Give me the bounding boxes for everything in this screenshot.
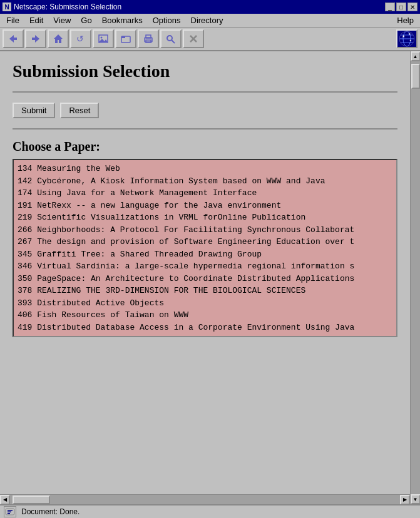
window-title: Netscape: Submission Selection bbox=[14, 3, 121, 11]
list-item[interactable]: 419 Distributed Database Access in a Cor… bbox=[18, 322, 392, 334]
menu-view[interactable]: View bbox=[48, 14, 76, 26]
title-bar: N Netscape: Submission Selection _ □ ✕ bbox=[0, 0, 420, 14]
app-icon: N bbox=[3, 3, 11, 11]
back-button[interactable] bbox=[3, 29, 24, 48]
status-text: Document: Done. bbox=[21, 507, 79, 516]
svg-rect-28 bbox=[8, 513, 10, 514]
menu-directory[interactable]: Directory bbox=[186, 14, 228, 26]
list-item[interactable]: 266 Neighborhoods: A Protocol For Facili… bbox=[18, 224, 392, 236]
vertical-scrollbar: ▲ ▼ bbox=[410, 51, 420, 504]
menu-options[interactable]: Options bbox=[148, 14, 186, 26]
stop-icon bbox=[188, 33, 199, 44]
svg-text:★: ★ bbox=[402, 34, 405, 38]
v-scroll-thumb[interactable] bbox=[411, 64, 420, 89]
menu-file[interactable]: File bbox=[1, 14, 24, 26]
forward-icon bbox=[30, 33, 41, 44]
scroll-left-button[interactable]: ◀ bbox=[0, 495, 10, 505]
print-icon bbox=[143, 33, 154, 44]
horizontal-scrollbar: ◀ ▶ bbox=[0, 494, 410, 504]
h-scroll-track[interactable] bbox=[10, 495, 400, 505]
reload-button[interactable]: ↺ bbox=[70, 29, 91, 48]
menu-bar: File Edit View Go Bookmarks Options Dire… bbox=[0, 14, 420, 28]
list-item[interactable]: 191 NetRexx -- a new language for the Ja… bbox=[18, 200, 392, 212]
h-scroll-thumb[interactable] bbox=[13, 495, 50, 504]
print-button[interactable] bbox=[138, 29, 159, 48]
list-item[interactable]: 378 REALIZING THE 3RD-DIMENSION FOR THE … bbox=[18, 285, 392, 297]
open-icon bbox=[120, 33, 131, 44]
svg-rect-10 bbox=[146, 35, 151, 38]
menu-help[interactable]: Help bbox=[392, 14, 419, 26]
list-item[interactable]: 142 Cybcérone, A Kiosk Information Syste… bbox=[18, 175, 392, 188]
page-title: Submission Selection bbox=[13, 61, 397, 81]
netscape-logo: ★ ★ ★ bbox=[396, 29, 417, 48]
main-scroll-area: Submission Selection Submit Reset Choose… bbox=[0, 51, 410, 504]
reload-icon: ↺ bbox=[75, 33, 86, 44]
toolbar: ↺ ★ ★ bbox=[0, 28, 420, 51]
status-icon bbox=[4, 506, 16, 517]
divider-1 bbox=[13, 91, 397, 93]
minimize-button[interactable]: _ bbox=[385, 3, 395, 11]
find-button[interactable] bbox=[160, 29, 182, 48]
maximize-button[interactable]: □ bbox=[396, 3, 406, 11]
close-button[interactable]: ✕ bbox=[407, 3, 417, 11]
svg-rect-8 bbox=[121, 36, 125, 38]
scroll-right-button[interactable]: ▶ bbox=[400, 495, 410, 505]
svg-point-12 bbox=[167, 36, 172, 41]
svg-rect-11 bbox=[146, 40, 151, 43]
list-item[interactable]: 267 The design and provision of Software… bbox=[18, 236, 392, 248]
list-item[interactable]: 406 Fish Resources of Taiwan on WWW bbox=[18, 309, 392, 322]
svg-point-5 bbox=[101, 37, 103, 39]
reset-button[interactable]: Reset bbox=[60, 103, 99, 118]
find-icon bbox=[165, 33, 177, 44]
main-content: Submission Selection Submit Reset Choose… bbox=[0, 51, 410, 494]
svg-text:★: ★ bbox=[409, 39, 412, 42]
svg-marker-1 bbox=[32, 35, 39, 43]
svg-rect-26 bbox=[8, 510, 13, 511]
list-item[interactable]: 345 Graffiti Tree: a Shared Threaded Dra… bbox=[18, 248, 392, 261]
svg-rect-27 bbox=[8, 512, 11, 513]
list-item[interactable]: 350 PageSpace: An Architecture to Coordi… bbox=[18, 273, 392, 285]
scroll-up-button[interactable]: ▲ bbox=[411, 51, 421, 61]
list-item[interactable]: 219 Scientific Visualizations in VRML fo… bbox=[18, 211, 392, 224]
stop-button[interactable] bbox=[183, 29, 204, 48]
back-icon bbox=[8, 33, 19, 44]
list-item[interactable]: 174 Using Java for a Network Management … bbox=[18, 187, 392, 200]
choose-paper-label: Choose a Paper: bbox=[13, 140, 397, 154]
scroll-down-button[interactable]: ▼ bbox=[411, 494, 421, 504]
svg-text:↺: ↺ bbox=[76, 34, 84, 44]
content-wrapper: Submission Selection Submit Reset Choose… bbox=[0, 51, 420, 504]
images-icon bbox=[98, 33, 109, 44]
forward-button[interactable] bbox=[25, 29, 46, 48]
svg-marker-6 bbox=[99, 39, 108, 42]
svg-marker-2 bbox=[54, 34, 63, 43]
menu-go[interactable]: Go bbox=[76, 14, 96, 26]
app-window: N Netscape: Submission Selection _ □ ✕ F… bbox=[0, 0, 420, 518]
list-item[interactable]: 134 Measuring the Web bbox=[18, 163, 392, 175]
divider-2 bbox=[13, 128, 397, 130]
images-button[interactable] bbox=[93, 29, 114, 48]
list-item[interactable]: 393 Distributed Active Objects bbox=[18, 297, 392, 310]
svg-line-13 bbox=[172, 40, 175, 43]
open-button[interactable] bbox=[115, 29, 136, 48]
v-scroll-track[interactable] bbox=[411, 61, 421, 494]
list-item[interactable]: 346 Virtual Sardinia: a large-scale hype… bbox=[18, 260, 392, 273]
home-button[interactable] bbox=[48, 29, 69, 48]
svg-marker-0 bbox=[9, 35, 17, 43]
form-buttons: Submit Reset bbox=[13, 103, 397, 118]
menu-edit[interactable]: Edit bbox=[24, 14, 48, 26]
home-icon bbox=[53, 33, 64, 44]
paper-list[interactable]: 134 Measuring the Web142 Cybcérone, A Ki… bbox=[13, 159, 397, 337]
menu-bookmarks[interactable]: Bookmarks bbox=[97, 14, 148, 26]
status-bar: Document: Done. bbox=[0, 504, 420, 518]
submit-button[interactable]: Submit bbox=[13, 103, 55, 118]
